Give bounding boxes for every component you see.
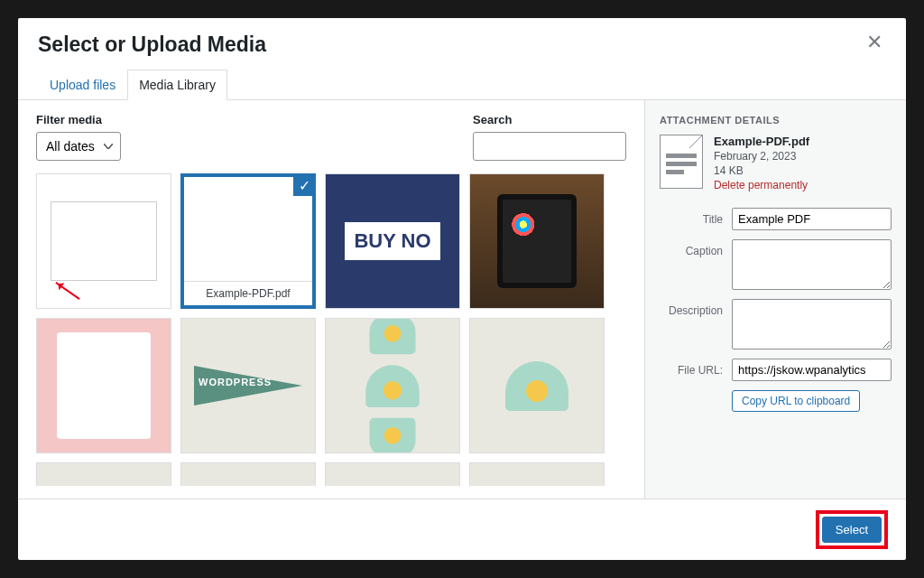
thumbnail-image: WORDPRESS: [181, 319, 315, 452]
media-item-3[interactable]: [469, 173, 605, 309]
attachment-date: February 2, 2023: [714, 150, 809, 163]
tabs: Upload files Media Library: [18, 70, 906, 100]
copy-url-button[interactable]: Copy URL to clipboard: [732, 390, 860, 412]
caption-textarea[interactable]: [732, 239, 892, 290]
media-item-4[interactable]: [36, 318, 171, 453]
thumbnail-image: [470, 319, 604, 452]
description-textarea[interactable]: [732, 299, 892, 350]
media-main-area: Filter media All dates Search: [18, 100, 644, 499]
thumbnail-image: [37, 319, 171, 452]
select-button-highlight: Select: [816, 510, 888, 549]
filter-label: Filter media: [36, 113, 121, 126]
controls-row: Filter media All dates Search: [36, 113, 626, 161]
media-item-8[interactable]: [36, 462, 171, 486]
attachment-size: 14 KB: [714, 164, 809, 177]
tab-upload-files[interactable]: Upload files: [38, 70, 127, 100]
fileurl-label: File URL:: [660, 359, 723, 377]
media-item-11[interactable]: [469, 462, 605, 486]
media-grid[interactable]: Example-PDF.pdf ✓ BUY NO WORDPRESS: [36, 173, 626, 486]
attachment-sidebar: ATTACHMENT DETAILS Example-PDF.pdf Febru…: [644, 100, 906, 499]
media-item-7[interactable]: [469, 318, 605, 453]
description-label: Description: [660, 299, 723, 317]
modal-header: Select or Upload Media ✕: [18, 18, 906, 57]
thumbnail-image: [181, 463, 315, 486]
media-item-2[interactable]: BUY NO: [325, 173, 460, 309]
search-input[interactable]: [473, 132, 626, 161]
select-button[interactable]: Select: [822, 517, 882, 543]
thumbnail-image: [37, 174, 171, 308]
filter-group: Filter media All dates: [36, 113, 121, 161]
modal-body: Filter media All dates Search: [18, 100, 906, 499]
title-input[interactable]: [732, 208, 892, 230]
media-item-6[interactable]: [325, 318, 460, 453]
title-label: Title: [660, 208, 723, 226]
field-caption: Caption: [660, 239, 892, 290]
close-icon: ✕: [866, 31, 882, 53]
thumbnail-image: [470, 463, 604, 486]
delete-permanently-link[interactable]: Delete permanently: [714, 179, 809, 191]
media-modal: Select or Upload Media ✕ Upload files Me…: [18, 18, 906, 560]
media-item-9[interactable]: [180, 462, 316, 486]
attachment-filename: Example-PDF.pdf: [714, 135, 809, 148]
field-title: Title: [660, 208, 892, 230]
modal-title: Select or Upload Media: [38, 33, 266, 57]
thumbnail-image: [37, 463, 171, 486]
filter-dates-select[interactable]: All dates: [36, 132, 121, 161]
field-fileurl: File URL:: [660, 359, 892, 381]
attachment-summary: Example-PDF.pdf February 2, 2023 14 KB D…: [660, 135, 892, 191]
pdf-preview: [241, 177, 255, 281]
thumbnail-image: [326, 463, 459, 486]
search-group: Search: [473, 113, 626, 161]
caption-label: Caption: [660, 239, 723, 257]
thumbnail-image: BUY NO: [326, 174, 459, 308]
thumbnail-image: [470, 174, 604, 308]
attachment-heading: ATTACHMENT DETAILS: [660, 115, 892, 126]
thumbnail-image: [326, 319, 459, 452]
attachment-meta: Example-PDF.pdf February 2, 2023 14 KB D…: [714, 135, 809, 191]
tab-media-library[interactable]: Media Library: [127, 70, 227, 100]
document-icon: [660, 135, 703, 189]
fileurl-input[interactable]: [732, 359, 892, 381]
field-description: Description: [660, 299, 892, 350]
pdf-filename-label: Example-PDF.pdf: [184, 281, 312, 305]
modal-footer: Select: [18, 499, 906, 560]
selected-check-icon: ✓: [292, 173, 316, 197]
media-item-5[interactable]: WORDPRESS: [180, 318, 316, 453]
media-item-1-selected[interactable]: Example-PDF.pdf ✓: [180, 173, 316, 309]
close-button[interactable]: ✕: [863, 33, 886, 52]
search-label: Search: [473, 113, 626, 126]
media-item-0[interactable]: [36, 173, 171, 309]
media-item-10[interactable]: [325, 462, 460, 486]
